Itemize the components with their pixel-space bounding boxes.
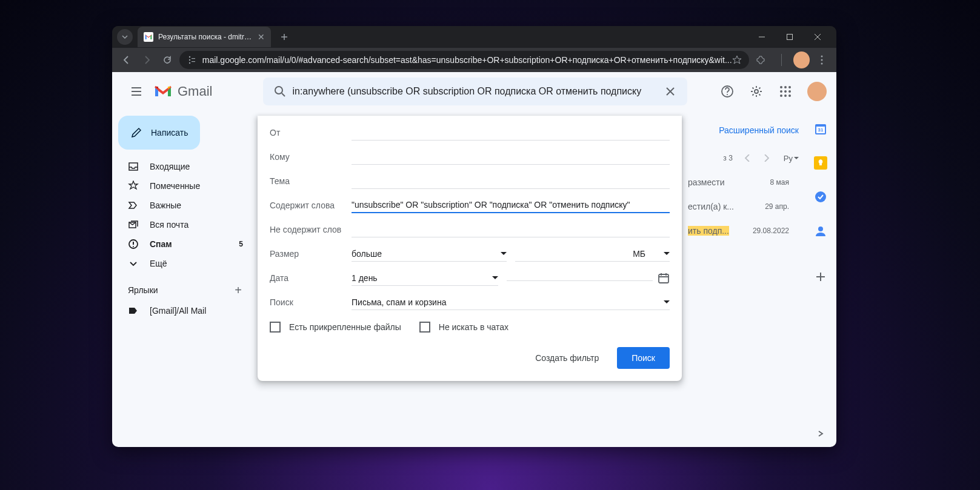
svg-text:31: 31 <box>818 127 824 133</box>
url-text: mail.google.com/mail/u/0/#advanced-searc… <box>202 55 732 65</box>
gmail-favicon-icon <box>144 32 153 42</box>
url-bar[interactable]: mail.google.com/mail/u/0/#advanced-searc… <box>179 51 749 69</box>
svg-point-6 <box>189 62 190 64</box>
tasks-addon-icon[interactable] <box>808 185 833 209</box>
sidebar-label: Ещё <box>150 259 167 268</box>
extensions-icon[interactable] <box>753 51 770 68</box>
browser-toolbar: mail.google.com/mail/u/0/#advanced-searc… <box>112 48 836 72</box>
minimize-button[interactable] <box>748 28 776 46</box>
label-icon <box>128 305 139 316</box>
site-info-icon[interactable] <box>187 55 196 65</box>
input-tools-select[interactable]: Ру <box>784 154 799 163</box>
profile-avatar[interactable] <box>793 51 810 68</box>
settings-icon[interactable] <box>744 79 768 104</box>
sidebar-item-inbox[interactable]: Входящие <box>112 157 250 176</box>
has-attachment-checkbox[interactable]: Есть прикрепленные файлы <box>270 322 401 333</box>
next-page-button[interactable] <box>757 148 776 168</box>
account-avatar[interactable] <box>807 82 827 101</box>
pagination: з 3 Ру <box>688 146 799 170</box>
window-controls <box>748 28 832 46</box>
date-label: Дата <box>270 273 352 283</box>
pencil-icon <box>130 127 142 139</box>
main-menu-button[interactable] <box>122 77 151 106</box>
checkbox-icon <box>270 322 281 333</box>
create-filter-button[interactable]: Создать фильтр <box>524 347 610 369</box>
tab-close-icon[interactable]: ✕ <box>258 32 265 42</box>
has-words-input[interactable] <box>352 197 670 213</box>
contacts-addon-icon[interactable] <box>808 219 833 243</box>
new-tab-button[interactable] <box>276 28 293 45</box>
gmail-logo-icon <box>153 84 173 99</box>
search-button[interactable]: Поиск <box>617 347 670 369</box>
sidebar: Написать Входящие Помеченные Важные Вся … <box>112 111 258 447</box>
to-input[interactable] <box>352 150 670 165</box>
svg-rect-26 <box>659 274 668 283</box>
size-operator-select[interactable]: больше <box>352 247 507 262</box>
main-content: От Кому Тема Содержит слова Не содержит … <box>258 111 805 447</box>
svg-point-9 <box>821 59 823 61</box>
search-icon[interactable] <box>268 85 292 98</box>
sidebar-item-all-mail[interactable]: Вся почта <box>112 215 250 234</box>
svg-point-15 <box>780 86 782 88</box>
keep-addon-icon[interactable] <box>808 151 833 175</box>
sidebar-label-item[interactable]: [Gmail]/All Mail <box>112 301 250 320</box>
advanced-search-link[interactable]: Расширенный поиск <box>719 125 799 135</box>
collapse-panel-button[interactable] <box>817 430 824 437</box>
gmail-logo[interactable]: Gmail <box>153 84 212 99</box>
calendar-icon[interactable] <box>658 272 670 284</box>
maximize-button[interactable] <box>776 28 804 46</box>
browser-titlebar: Результаты поиска - dmitrycv1 ✕ <box>112 26 836 48</box>
date-input[interactable] <box>507 276 653 281</box>
svg-point-11 <box>275 87 282 94</box>
from-label: От <box>270 128 352 137</box>
svg-point-10 <box>821 63 823 65</box>
clear-search-icon[interactable] <box>658 86 682 97</box>
sidebar-item-important[interactable]: Важные <box>112 196 250 215</box>
svg-rect-3 <box>192 58 195 59</box>
svg-rect-1 <box>787 35 793 40</box>
reload-button[interactable] <box>159 51 176 68</box>
browser-tab[interactable]: Результаты поиска - dmitrycv1 ✕ <box>138 27 271 47</box>
sidebar-item-more[interactable]: Ещё <box>112 254 250 273</box>
email-snippet: естил(а) к... <box>688 202 758 211</box>
svg-point-21 <box>780 94 782 97</box>
email-date: 29.08.2022 <box>753 227 789 235</box>
subject-label: Тема <box>270 176 352 186</box>
prev-page-button[interactable] <box>738 148 757 168</box>
email-date: 8 мая <box>770 178 789 187</box>
from-input[interactable] <box>352 125 670 141</box>
not-words-input[interactable] <box>352 222 670 237</box>
svg-point-20 <box>788 90 791 93</box>
size-unit-select[interactable]: МБ <box>515 247 670 262</box>
checkbox-icon <box>419 322 430 333</box>
add-label-button[interactable]: + <box>235 283 242 297</box>
to-label: Кому <box>270 152 352 162</box>
svg-point-17 <box>788 86 791 88</box>
sidebar-label: Спам <box>150 239 172 249</box>
tab-search-button[interactable] <box>117 29 133 45</box>
compose-button[interactable]: Написать <box>118 116 200 150</box>
exclude-chats-checkbox[interactable]: Не искать в чатах <box>419 322 508 333</box>
close-button[interactable] <box>804 28 832 46</box>
sidebar-item-starred[interactable]: Помеченные <box>112 176 250 196</box>
email-row[interactable]: размести 8 мая <box>688 170 799 194</box>
email-row[interactable]: естил(а) к... 29 апр. <box>688 194 799 219</box>
forward-button[interactable] <box>139 51 156 68</box>
browser-menu-button[interactable] <box>813 55 830 65</box>
date-within-select[interactable]: 1 день <box>352 271 498 286</box>
size-label: Размер <box>270 249 352 259</box>
email-row[interactable]: ить подп... 29.08.2022 <box>688 219 799 243</box>
help-icon[interactable] <box>715 79 739 104</box>
subject-input[interactable] <box>352 174 670 189</box>
svg-point-18 <box>780 90 782 93</box>
back-button[interactable] <box>118 51 135 68</box>
search-input[interactable] <box>292 86 658 97</box>
email-snippet: ить подп... <box>688 226 745 236</box>
apps-icon[interactable] <box>773 79 798 104</box>
star-icon[interactable] <box>732 55 742 65</box>
search-in-select[interactable]: Письма, спам и корзина <box>352 295 670 310</box>
svg-point-14 <box>755 90 758 93</box>
get-addons-button[interactable] <box>808 265 833 289</box>
calendar-addon-icon[interactable]: 31 <box>808 117 833 141</box>
sidebar-item-spam[interactable]: Спам 5 <box>112 234 250 254</box>
